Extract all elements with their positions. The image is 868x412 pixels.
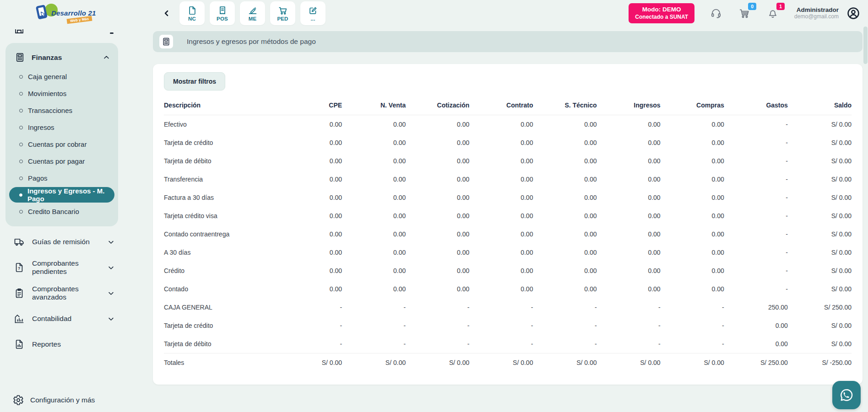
sidebar-item-caja-general[interactable]: Caja general bbox=[5, 68, 118, 85]
table-header-row: DescripciónCPEN. VentaCotizaciónContrato… bbox=[164, 96, 852, 115]
sidebar-item-ingresos-egresos-m-pago[interactable]: Ingresos y Egresos - M. Pago bbox=[9, 187, 114, 203]
sidebar-item-ingresos[interactable]: Ingresos bbox=[5, 119, 118, 136]
table-row: TotalesS/ 0.00S/ 0.00S/ 0.00S/ 0.00S/ 0.… bbox=[164, 353, 852, 372]
signature-icon bbox=[248, 5, 258, 16]
row-label: Factura a 30 días bbox=[164, 188, 278, 207]
cell: S/ 0.00 bbox=[342, 353, 406, 372]
sidebar-item-label: Ingresos bbox=[28, 123, 54, 131]
sidebar-item-label: Caja general bbox=[28, 73, 67, 80]
show-filters-button[interactable]: Mostrar filtros bbox=[164, 72, 225, 91]
nc-button[interactable]: NC bbox=[179, 1, 205, 25]
row-label: Tarjeta de crédito bbox=[164, 134, 278, 152]
row-label: CAJA GENERAL bbox=[164, 298, 278, 316]
column-header: Cotización bbox=[406, 96, 469, 115]
table-row: Factura a 30 días0.000.000.000.000.000.0… bbox=[164, 188, 852, 207]
sidebar-item-configuracion[interactable]: Configuración y más bbox=[0, 388, 124, 412]
cell: S/ 0.00 bbox=[788, 188, 852, 207]
column-header: Descripción bbox=[164, 96, 278, 115]
more-documents-button[interactable]: ... bbox=[300, 1, 326, 25]
cell: 0.00 bbox=[342, 225, 406, 243]
notifications-button[interactable]: 1 bbox=[766, 6, 780, 20]
sidebar-menu: Guías de remisión ? Comprobantes pendien… bbox=[0, 229, 124, 357]
sidebar-group-header-finanzas[interactable]: Finanzas bbox=[5, 48, 118, 68]
sidebar-item-label: Ingresos y Egresos - M. Pago bbox=[27, 187, 114, 203]
cart-icon bbox=[278, 5, 288, 16]
clipboard-icon bbox=[14, 288, 25, 299]
chevron-down-icon bbox=[108, 239, 114, 246]
back-button[interactable] bbox=[160, 7, 173, 20]
brand-tagline: Web y Más bbox=[67, 16, 92, 24]
ped-button[interactable]: PED bbox=[270, 1, 295, 25]
cell: S/ 0.00 bbox=[533, 353, 597, 372]
table-row: Transferencia0.000.000.000.000.000.000.0… bbox=[164, 170, 852, 188]
calculator-icon bbox=[159, 35, 173, 48]
cell: S/ 0.00 bbox=[788, 243, 852, 262]
column-header: S. Técnico bbox=[533, 96, 597, 115]
cell: S/ 0.00 bbox=[788, 316, 852, 335]
sidebar-group-finanzas: Finanzas Caja general Movimientos Transa… bbox=[5, 43, 118, 226]
whatsapp-button[interactable] bbox=[832, 381, 861, 409]
cell: 0.00 bbox=[342, 243, 406, 262]
sidebar-item-guias-de-remision[interactable]: Guías de remisión bbox=[0, 229, 124, 255]
me-button[interactable]: ME bbox=[240, 1, 265, 25]
menu-item-label: Contabilidad bbox=[32, 315, 108, 323]
cell: 0.00 bbox=[469, 170, 533, 188]
chevron-down-icon bbox=[108, 316, 114, 322]
demo-mode-badge[interactable]: Modo: DEMO Conectado a SUNAT bbox=[629, 3, 694, 23]
cell: 0.00 bbox=[661, 262, 724, 280]
chevron-down-icon bbox=[108, 264, 114, 271]
sidebar-item-credito-bancario[interactable]: Credito Bancario bbox=[5, 203, 118, 220]
cell: S/ 0.00 bbox=[406, 353, 469, 372]
menu-item-label: Guías de remisión bbox=[32, 238, 108, 246]
cell: 0.00 bbox=[406, 134, 469, 152]
sidebar-item-pagos[interactable]: Pagos bbox=[5, 170, 118, 187]
support-button[interactable] bbox=[709, 6, 723, 20]
cell: S/ 0.00 bbox=[788, 207, 852, 225]
cell: 0.00 bbox=[661, 152, 724, 170]
sidebar-item-contabilidad[interactable]: Contabilidad bbox=[0, 306, 124, 332]
bullet-icon bbox=[19, 75, 23, 79]
sidebar-item-label: Pagos bbox=[28, 174, 48, 182]
cell: 0.00 bbox=[278, 115, 342, 134]
sidebar-group-label: Finanzas bbox=[32, 54, 103, 62]
table-row: CAJA GENERAL-------250.00S/ 250.00 bbox=[164, 298, 852, 316]
page-scrollbar[interactable] bbox=[863, 0, 868, 412]
cell: S/ 0.00 bbox=[788, 262, 852, 280]
cell: 0.00 bbox=[533, 207, 597, 225]
table-head: DescripciónCPEN. VentaCotizaciónContrato… bbox=[164, 96, 852, 115]
cell: 0.00 bbox=[406, 262, 469, 280]
sidebar-item-cuentas-por-cobrar[interactable]: Cuentas por cobrar bbox=[5, 136, 118, 153]
compose-icon bbox=[308, 5, 318, 16]
cell: 0.00 bbox=[533, 152, 597, 170]
cell: 0.00 bbox=[406, 170, 469, 188]
sidebar-item-movimientos[interactable]: Movimientos bbox=[5, 85, 118, 102]
cell: 0.00 bbox=[469, 115, 533, 134]
sidebar-item-cuentas-por-pagar[interactable]: Cuentas por pagar bbox=[5, 153, 118, 170]
sidebar-item-clipped[interactable] bbox=[14, 29, 114, 37]
cell: S/ 0.00 bbox=[469, 353, 533, 372]
cell: 0.00 bbox=[533, 280, 597, 298]
cell: 0.00 bbox=[342, 115, 406, 134]
cell: 0.00 bbox=[661, 115, 724, 134]
cell: 0.00 bbox=[724, 316, 788, 335]
cell: 0.00 bbox=[342, 262, 406, 280]
sidebar-item-reportes[interactable]: Reportes bbox=[0, 332, 124, 357]
user-info[interactable]: Administrador demo@gmail.com bbox=[794, 6, 839, 20]
app-logo[interactable]: Desarrollo 21 Web y Más bbox=[27, 4, 96, 27]
sidebar-item-comprobantes-pendientes[interactable]: ? Comprobantes pendientes bbox=[0, 255, 124, 280]
avatar-button[interactable] bbox=[846, 6, 861, 21]
cell: 0.00 bbox=[597, 243, 661, 262]
cell: - bbox=[469, 316, 533, 335]
pos-button[interactable]: POS bbox=[210, 1, 235, 25]
cell: 0.00 bbox=[406, 207, 469, 225]
sidebar-item-comprobantes-avanzados[interactable]: Comprobantes avanzados bbox=[0, 280, 124, 306]
cell: - bbox=[597, 298, 661, 316]
sidebar-item-transacciones[interactable]: Transacciones bbox=[5, 102, 118, 119]
topbar-right: Modo: DEMO Conectado a SUNAT 0 bbox=[629, 3, 868, 23]
cart-button[interactable]: 0 bbox=[738, 6, 751, 20]
cell: 0.00 bbox=[406, 115, 469, 134]
cell: 0.00 bbox=[597, 170, 661, 188]
row-label: Tarjeta de débito bbox=[164, 335, 278, 353]
scrollbar-thumb[interactable] bbox=[863, 27, 868, 64]
cell: 0.00 bbox=[342, 170, 406, 188]
